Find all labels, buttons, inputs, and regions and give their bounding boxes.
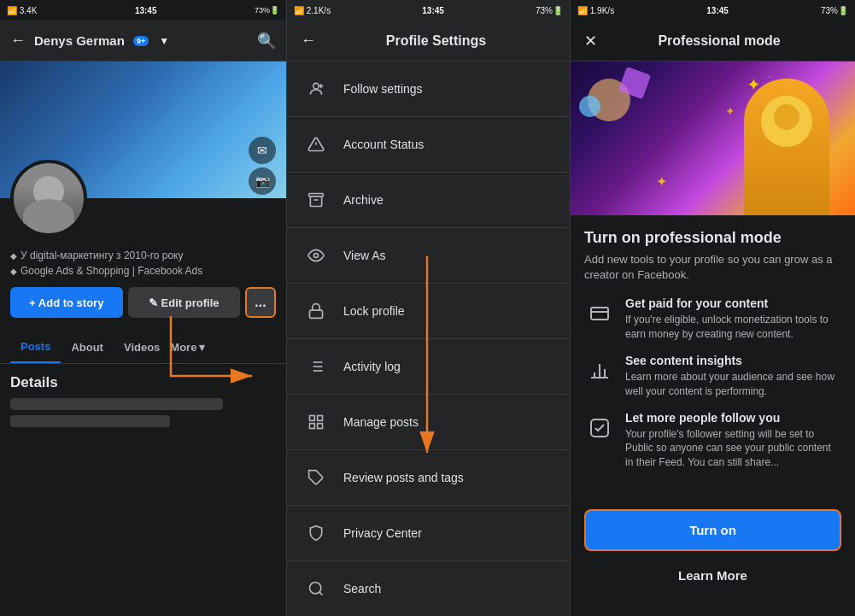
- svg-rect-17: [318, 416, 323, 421]
- activity-log-icon: [301, 351, 331, 382]
- feature-follow-title: Let more people follow you: [625, 411, 841, 425]
- account-status-label: Account Status: [343, 138, 424, 151]
- menu-item-manage-posts[interactable]: Manage posts: [287, 395, 570, 450]
- pro-feature-paid: Get paid for your content If you're elig…: [584, 296, 841, 342]
- edit-profile-button[interactable]: ✎ Edit profile: [128, 287, 241, 318]
- menu-item-activity-log[interactable]: Activity log: [287, 339, 570, 395]
- privacy-center-label: Privacy Center: [343, 526, 422, 540]
- menu-item-lock-profile[interactable]: Lock profile: [287, 284, 570, 339]
- diamond-icon-2: ◆: [10, 265, 17, 278]
- profile-info: ◆ У digital-маркетингу з 2010-го року ◆ …: [0, 241, 286, 325]
- profile-name: Denys German: [34, 33, 125, 48]
- back-button[interactable]: ←: [10, 32, 26, 50]
- lock-profile-label: Lock profile: [343, 304, 405, 318]
- avatar-image: [14, 163, 84, 233]
- battery-icon: 73%🔋: [255, 6, 279, 15]
- signal-strength: 📶 3.4K: [7, 6, 37, 15]
- review-posts-label: Review posts and tags: [343, 471, 464, 484]
- search-menu-icon: [301, 573, 331, 604]
- pro-feature-follow: Let more people follow you Your profile'…: [584, 411, 841, 470]
- manage-posts-label: Manage posts: [343, 415, 419, 429]
- settings-signal: 📶 2.1K/s: [294, 6, 331, 15]
- svg-point-21: [310, 583, 321, 594]
- menu-item-review-posts[interactable]: Review posts and tags: [287, 450, 570, 506]
- status-icons: 73%🔋: [255, 6, 279, 15]
- settings-time: 13:45: [422, 6, 444, 15]
- pro-nav-title: Professional mode: [597, 33, 841, 49]
- camera-icon[interactable]: 📷: [249, 167, 276, 195]
- menu-item-search[interactable]: Search: [287, 561, 570, 616]
- archive-icon: [301, 185, 331, 215]
- manage-posts-icon: [301, 407, 331, 437]
- tab-more[interactable]: More ▾: [170, 341, 205, 354]
- feature-insights-desc: Learn more about your audience and see h…: [625, 370, 841, 399]
- chevron-down-icon: ▾: [199, 341, 205, 354]
- menu-item-archive[interactable]: Archive: [287, 173, 570, 228]
- feature-paid-text: Get paid for your content If you're elig…: [625, 296, 841, 342]
- learn-more-button[interactable]: Learn More: [584, 558, 841, 593]
- settings-battery: 73%🔋: [536, 6, 563, 15]
- avatar: [10, 160, 87, 237]
- money-icon: [584, 298, 615, 329]
- tab-posts[interactable]: Posts: [10, 331, 61, 363]
- message-icon[interactable]: ✉: [249, 137, 276, 164]
- follow-settings-label: Follow settings: [343, 82, 423, 96]
- privacy-center-icon: [301, 518, 331, 549]
- profile-status-bar: 📶 3.4K 13:45 73%🔋: [0, 0, 286, 21]
- menu-item-view-as[interactable]: View As: [287, 228, 570, 284]
- tab-about[interactable]: About: [61, 332, 114, 362]
- archive-label: Archive: [343, 193, 384, 207]
- settings-back-button[interactable]: ←: [301, 32, 316, 50]
- svg-rect-25: [591, 308, 608, 320]
- svg-rect-19: [318, 424, 323, 429]
- pro-time: 13:45: [706, 6, 729, 15]
- svg-rect-6: [309, 194, 324, 197]
- svg-line-22: [319, 592, 323, 595]
- lock-profile-icon: [301, 296, 331, 326]
- activity-log-label: Activity log: [343, 360, 401, 373]
- feature-paid-title: Get paid for your content: [625, 296, 841, 310]
- view-as-label: View As: [343, 249, 386, 262]
- settings-status-bar: 📶 2.1K/s 13:45 73%🔋: [287, 0, 570, 21]
- add-story-button[interactable]: + Add to story: [10, 287, 123, 318]
- bio-text-2: Google Ads & Shopping | Facebook Ads: [20, 263, 202, 279]
- menu-item-privacy-center[interactable]: Privacy Center: [287, 506, 570, 561]
- search-button[interactable]: 🔍: [257, 32, 276, 50]
- feature-insights-title: See content insights: [625, 354, 841, 367]
- dropdown-icon[interactable]: ▼: [159, 35, 169, 47]
- pro-close-button[interactable]: ✕: [584, 32, 597, 50]
- menu-item-follow-settings[interactable]: Follow settings: [287, 62, 570, 117]
- tab-videos[interactable]: Videos: [114, 332, 170, 362]
- feature-follow-text: Let more people follow you Your profile'…: [625, 411, 841, 470]
- pro-content: Turn on professional mode Add new tools …: [571, 215, 855, 496]
- pro-main-title: Turn on professional mode: [584, 229, 841, 247]
- pro-status-bar: 📶 1.9K/s 13:45 73%🔋: [571, 0, 855, 21]
- details-blurred-1: [10, 398, 223, 410]
- pro-feature-insights: See content insights Learn more about yo…: [584, 354, 841, 399]
- status-time: 13:45: [135, 6, 157, 15]
- pro-actions: Turn on Learn More: [571, 496, 855, 615]
- svg-point-1: [313, 83, 319, 89]
- pro-signal: 📶 1.9K/s: [577, 6, 614, 15]
- details-blurred-2: [10, 415, 170, 427]
- account-status-icon: [301, 129, 331, 160]
- menu-item-account-status[interactable]: Account Status: [287, 117, 570, 173]
- settings-title: Profile Settings: [316, 33, 556, 49]
- profile-tabs: Posts About Videos More ▾: [0, 331, 286, 364]
- pro-main-desc: Add new tools to your profile so you can…: [584, 252, 841, 283]
- check-circle-icon: [584, 413, 615, 443]
- svg-rect-18: [310, 424, 315, 429]
- pro-battery: 73%🔋: [821, 6, 848, 15]
- view-as-icon: [301, 240, 331, 271]
- bio-line-2: ◆ Google Ads & Shopping | Facebook Ads: [10, 263, 276, 279]
- profile-nav-bar: ← Denys German 9+ ▼ 🔍: [0, 21, 286, 62]
- review-posts-icon: [301, 462, 331, 493]
- profile-bio: ◆ У digital-маркетингу з 2010-го року ◆ …: [10, 248, 276, 279]
- profile-avatar-section: [0, 198, 286, 241]
- notification-badge: 9+: [133, 36, 149, 46]
- turn-on-button[interactable]: Turn on: [584, 509, 841, 551]
- more-options-button[interactable]: ...: [245, 287, 276, 318]
- svg-rect-9: [310, 310, 323, 318]
- profile-actions: + Add to story ✎ Edit profile ...: [10, 287, 276, 318]
- feature-follow-desc: Your profile's follower setting will be …: [625, 427, 841, 470]
